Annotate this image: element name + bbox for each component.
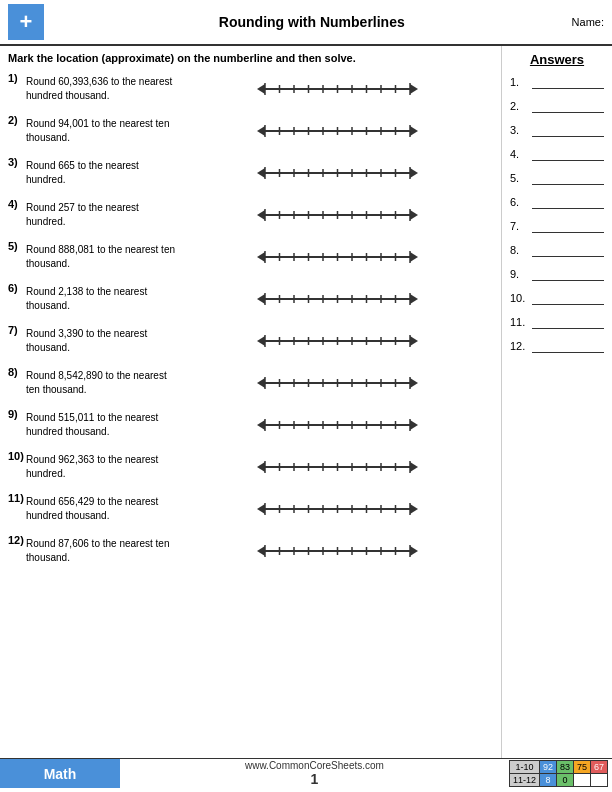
problem-number: 5) xyxy=(8,238,26,252)
svg-marker-30 xyxy=(410,168,418,178)
numberline xyxy=(255,372,420,394)
answer-number: 10. xyxy=(510,292,532,304)
answer-blank xyxy=(532,99,604,113)
answer-line: 3. xyxy=(510,123,604,137)
numberline xyxy=(255,456,420,478)
problem-text: Round 3,390 to the nearest thousand. xyxy=(26,327,181,355)
problem-number: 11) xyxy=(8,490,26,504)
answer-line: 4. xyxy=(510,147,604,161)
name-label: Name: xyxy=(572,16,604,28)
problem-number: 3) xyxy=(8,154,26,168)
problem-row: 6)Round 2,138 to the nearest thousand. xyxy=(8,280,493,318)
numberline xyxy=(255,120,420,142)
numberline-container xyxy=(181,288,493,310)
svg-marker-99 xyxy=(257,378,265,388)
problem-text: Round 87,606 to the nearest ten thousand… xyxy=(26,537,181,565)
svg-marker-44 xyxy=(410,210,418,220)
header: Rounding with Numberlines Name: xyxy=(0,0,612,46)
svg-marker-127 xyxy=(257,462,265,472)
answer-blank xyxy=(532,75,604,89)
svg-marker-1 xyxy=(257,84,265,94)
answer-line: 2. xyxy=(510,99,604,113)
numberline xyxy=(255,414,420,436)
numberline-container xyxy=(181,162,493,184)
problem-number: 12) xyxy=(8,532,26,546)
numberline-container xyxy=(181,540,493,562)
problem-number: 7) xyxy=(8,322,26,336)
problem-number: 2) xyxy=(8,112,26,126)
answer-blank xyxy=(532,339,604,353)
answer-line: 7. xyxy=(510,219,604,233)
answer-blank xyxy=(532,291,604,305)
s1: 92 xyxy=(539,761,556,774)
answer-blank xyxy=(532,147,604,161)
problem-number: 8) xyxy=(8,364,26,378)
problem-number: 1) xyxy=(8,70,26,84)
answer-number: 8. xyxy=(510,244,532,256)
svg-marker-29 xyxy=(257,168,265,178)
svg-marker-58 xyxy=(410,252,418,262)
svg-marker-141 xyxy=(257,504,265,514)
answer-line: 12. xyxy=(510,339,604,353)
numberline xyxy=(255,204,420,226)
problem-text: Round 962,363 to the nearest hundred. xyxy=(26,453,181,481)
answer-number: 11. xyxy=(510,316,532,328)
problem-text: Round 8,542,890 to the nearest ten thous… xyxy=(26,369,181,397)
footer-math-label: Math xyxy=(0,759,120,788)
range2-label: 11-12 xyxy=(509,774,539,787)
answer-line: 11. xyxy=(510,315,604,329)
numberline-container xyxy=(181,204,493,226)
page: Rounding with Numberlines Name: Mark the… xyxy=(0,0,612,792)
r2-0: 0 xyxy=(556,774,573,787)
problem-number: 4) xyxy=(8,196,26,210)
footer: Math www.CommonCoreSheets.com 1 1-10 92 … xyxy=(0,758,612,788)
problem-row: 1)Round 60,393,636 to the nearest hundre… xyxy=(8,70,493,108)
answer-blank xyxy=(532,195,604,209)
numberline xyxy=(255,78,420,100)
page-title: Rounding with Numberlines xyxy=(52,14,572,30)
answers-container: 1.2.3.4.5.6.7.8.9.10.11.12. xyxy=(510,75,604,353)
answer-blank xyxy=(532,315,604,329)
svg-marker-43 xyxy=(257,210,265,220)
svg-marker-86 xyxy=(410,336,418,346)
s4: 67 xyxy=(590,761,607,774)
s3: 75 xyxy=(573,761,590,774)
svg-marker-156 xyxy=(410,546,418,556)
problem-row: 7)Round 3,390 to the nearest thousand. xyxy=(8,322,493,360)
s2: 83 xyxy=(556,761,573,774)
problem-row: 9)Round 515,011 to the nearest hundred t… xyxy=(8,406,493,444)
problem-text: Round 257 to the nearest hundred. xyxy=(26,201,181,229)
svg-marker-72 xyxy=(410,294,418,304)
answer-blank xyxy=(532,171,604,185)
footer-score-table: 1-10 92 83 75 67 11-12 8 0 xyxy=(509,759,612,788)
answer-line: 10. xyxy=(510,291,604,305)
problem-number: 10) xyxy=(8,448,26,462)
numberline xyxy=(255,330,420,352)
svg-marker-155 xyxy=(257,546,265,556)
numberline xyxy=(255,162,420,184)
problem-row: 11)Round 656,429 to the nearest hundred … xyxy=(8,490,493,528)
answer-number: 6. xyxy=(510,196,532,208)
problem-row: 2)Round 94,001 to the nearest ten thousa… xyxy=(8,112,493,150)
svg-marker-71 xyxy=(257,294,265,304)
logo-icon xyxy=(8,4,44,40)
answer-number: 5. xyxy=(510,172,532,184)
problem-row: 12)Round 87,606 to the nearest ten thous… xyxy=(8,532,493,570)
problem-number: 6) xyxy=(8,280,26,294)
answer-blank xyxy=(532,219,604,233)
answer-line: 5. xyxy=(510,171,604,185)
answer-number: 12. xyxy=(510,340,532,352)
answer-blank xyxy=(532,123,604,137)
answer-number: 9. xyxy=(510,268,532,280)
svg-marker-16 xyxy=(410,126,418,136)
answer-line: 8. xyxy=(510,243,604,257)
problem-row: 8)Round 8,542,890 to the nearest ten tho… xyxy=(8,364,493,402)
numberline-container xyxy=(181,372,493,394)
svg-marker-57 xyxy=(257,252,265,262)
numberline-container xyxy=(181,78,493,100)
svg-marker-113 xyxy=(257,420,265,430)
problem-text: Round 665 to the nearest hundred. xyxy=(26,159,181,187)
svg-marker-142 xyxy=(410,504,418,514)
numberline-container xyxy=(181,120,493,142)
numberline-container xyxy=(181,498,493,520)
